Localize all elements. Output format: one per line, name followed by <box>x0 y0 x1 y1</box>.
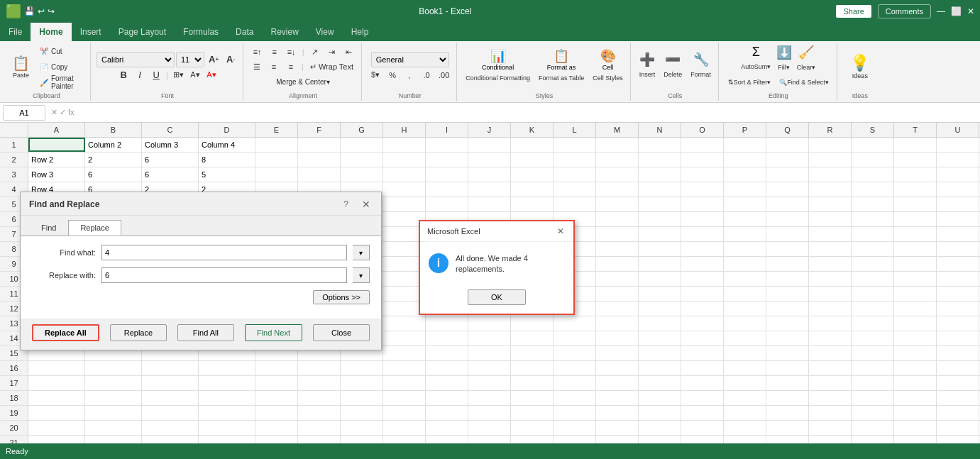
font-family-select[interactable]: Calibri <box>97 52 175 67</box>
cell-q11[interactable] <box>766 287 809 301</box>
cell-c17[interactable] <box>142 376 199 390</box>
cell-p8[interactable] <box>724 242 766 256</box>
cell-p4[interactable] <box>724 182 766 197</box>
cell-k18[interactable] <box>511 391 554 405</box>
maximize-icon[interactable]: ⬜ <box>951 6 962 16</box>
cell-i15[interactable] <box>426 346 468 360</box>
find-all-button[interactable]: Find All <box>177 324 234 341</box>
col-header-k[interactable]: K <box>511 123 554 137</box>
cell-k15[interactable] <box>511 346 554 360</box>
cell-q12[interactable] <box>766 302 809 316</box>
cell-b17[interactable] <box>85 376 142 390</box>
cell-g2[interactable] <box>341 153 383 167</box>
cell-n19[interactable] <box>639 406 681 420</box>
cell-s9[interactable] <box>852 257 894 271</box>
align-center-button[interactable]: ≡ <box>266 60 282 74</box>
cell-p14[interactable] <box>724 331 766 345</box>
cell-p12[interactable] <box>724 302 766 316</box>
cell-e2[interactable] <box>255 153 298 167</box>
cell-m15[interactable] <box>596 346 639 360</box>
cell-u19[interactable] <box>937 406 979 420</box>
cell-m9[interactable] <box>596 257 639 271</box>
tab-review[interactable]: Review <box>262 23 307 41</box>
cell-s5[interactable] <box>852 197 894 211</box>
cell-u2[interactable] <box>937 153 979 167</box>
comments-button[interactable]: Comments <box>878 4 931 18</box>
fill-button[interactable]: Fill▾ <box>775 60 793 74</box>
cell-m8[interactable] <box>596 242 639 256</box>
cell-g17[interactable] <box>341 376 383 390</box>
cell-l16[interactable] <box>554 361 596 375</box>
cell-s12[interactable] <box>852 302 894 316</box>
cell-r15[interactable] <box>809 346 852 360</box>
find-what-dropdown[interactable]: ▾ <box>353 245 370 260</box>
cell-k20[interactable] <box>511 421 554 435</box>
cell-h1[interactable] <box>383 138 426 152</box>
cell-n13[interactable] <box>639 316 681 331</box>
cell-n16[interactable] <box>639 361 681 375</box>
increase-font-button[interactable]: A+ <box>206 52 221 67</box>
cell-i19[interactable] <box>426 406 468 420</box>
cell-styles-button[interactable]: Cell Styles <box>590 71 626 85</box>
cell-p20[interactable] <box>724 421 766 435</box>
cell-h15[interactable] <box>383 346 426 360</box>
col-header-t[interactable]: T <box>894 123 937 137</box>
cell-j16[interactable] <box>468 361 511 375</box>
cell-d16[interactable] <box>199 361 255 375</box>
cell-m13[interactable] <box>596 316 639 331</box>
cell-f18[interactable] <box>298 391 341 405</box>
cell-q19[interactable] <box>766 406 809 420</box>
cell-s16[interactable] <box>852 361 894 375</box>
cell-g18[interactable] <box>341 391 383 405</box>
cell-u3[interactable] <box>937 167 979 182</box>
cell-l19[interactable] <box>554 406 596 420</box>
clear-button[interactable]: Clear▾ <box>794 60 819 74</box>
cell-u7[interactable] <box>937 227 979 241</box>
font-color-button[interactable]: A▾ <box>204 68 219 82</box>
cell-f3[interactable] <box>298 167 341 182</box>
cell-s10[interactable] <box>852 272 894 286</box>
cell-j5[interactable] <box>468 197 511 211</box>
cell-s1[interactable] <box>852 138 894 152</box>
cell-q20[interactable] <box>766 421 809 435</box>
cell-q9[interactable] <box>766 257 809 271</box>
cell-q18[interactable] <box>766 391 809 405</box>
cell-r20[interactable] <box>809 421 852 435</box>
cell-q5[interactable] <box>766 197 809 211</box>
cell-t3[interactable] <box>894 167 937 182</box>
cell-s17[interactable] <box>852 376 894 390</box>
cell-o8[interactable] <box>681 242 724 256</box>
cell-j13[interactable] <box>468 316 511 331</box>
cell-t7[interactable] <box>894 227 937 241</box>
quick-access-save[interactable]: 💾 <box>24 6 35 16</box>
align-right-button[interactable]: ≡ <box>283 60 299 74</box>
cell-l18[interactable] <box>554 391 596 405</box>
cell-u4[interactable] <box>937 182 979 197</box>
cell-r8[interactable] <box>809 242 852 256</box>
cell-r12[interactable] <box>809 302 852 316</box>
cell-e16[interactable] <box>255 361 298 375</box>
cell-s11[interactable] <box>852 287 894 301</box>
cell-u20[interactable] <box>937 421 979 435</box>
col-header-s[interactable]: S <box>852 123 894 137</box>
cell-j18[interactable] <box>468 391 511 405</box>
cell-i2[interactable] <box>426 153 468 167</box>
cell-n8[interactable] <box>639 242 681 256</box>
cell-j17[interactable] <box>468 376 511 390</box>
cell-o13[interactable] <box>681 316 724 331</box>
cell-s8[interactable] <box>852 242 894 256</box>
indent-increase-button[interactable]: ⇥ <box>324 45 339 59</box>
cell-u14[interactable] <box>937 331 979 345</box>
find-select-button[interactable]: 🔍 Find & Select▾ <box>776 75 832 89</box>
cell-l4[interactable] <box>554 182 596 197</box>
decrease-font-button[interactable]: A- <box>223 52 238 67</box>
cell-c20[interactable] <box>142 421 199 435</box>
align-bottom-button[interactable]: ≡↓ <box>284 45 299 59</box>
cell-o15[interactable] <box>681 346 724 360</box>
cell-r10[interactable] <box>809 272 852 286</box>
cell-h13[interactable] <box>383 316 426 331</box>
cell-t9[interactable] <box>894 257 937 271</box>
find-replace-dialog[interactable]: Find and Replace ? ✕ Find Replace Find w… <box>20 192 382 350</box>
cell-s4[interactable] <box>852 182 894 197</box>
ideas-button[interactable]: 💡 Ideas <box>845 47 874 87</box>
